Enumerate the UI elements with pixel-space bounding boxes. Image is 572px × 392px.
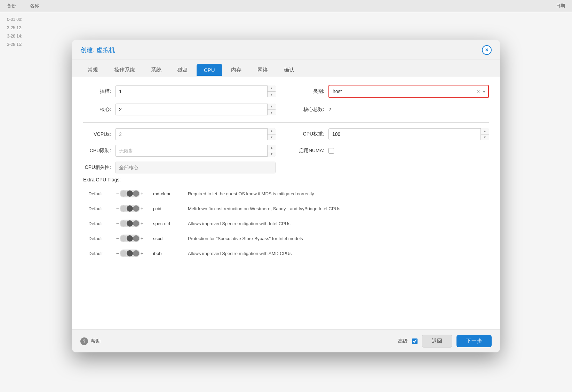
toggle-group-0 (120, 190, 140, 197)
socket-down[interactable]: ▼ (268, 92, 276, 98)
core-down[interactable]: ▼ (268, 110, 276, 116)
flag-row-0: Default − + md-clear Required to let the… (84, 186, 489, 201)
core-select[interactable]: 1 2 4 (115, 104, 276, 115)
bg-row-2: 3-25 12: (7, 24, 565, 32)
extra-flags-section: Extra CPU Flags: Default − + md-clear Re… (83, 177, 489, 261)
toggle-minus-4[interactable]: − (116, 251, 119, 256)
toggle-minus-1[interactable]: − (116, 206, 119, 211)
close-button[interactable]: × (482, 45, 492, 55)
help-icon[interactable]: ? (80, 337, 88, 345)
dialog-footer: ? 帮助 高级 返回 下一步 (72, 329, 500, 352)
flag-default-3: Default (84, 231, 111, 246)
flag-name-3: ssbd (148, 231, 183, 246)
dialog-title: 创建: 虚拟机 (80, 46, 115, 54)
flag-row-4: Default − + ibpb Allows improved Spectre… (84, 246, 489, 261)
numa-row: 启用NUMA: (296, 145, 489, 157)
tab-confirm[interactable]: 确认 (277, 64, 302, 76)
toggle-plus-4[interactable]: + (141, 251, 143, 256)
category-label: 类别: (296, 88, 324, 95)
toggle-group-1 (120, 205, 140, 212)
tab-network[interactable]: 网络 (250, 64, 275, 76)
tab-os[interactable]: 操作系统 (107, 64, 142, 76)
cpu-limit-up[interactable]: ▲ (268, 145, 276, 151)
toggle-off-0[interactable] (120, 190, 127, 197)
toggle-on-3[interactable] (133, 235, 139, 242)
category-row: 类别: ✕ ▾ (296, 85, 489, 98)
toggle-minus-2[interactable]: − (116, 221, 119, 226)
cpu-weight-input-wrap: 100 ▲ ▼ (328, 128, 489, 140)
vcpus-down[interactable]: ▼ (268, 134, 276, 140)
tab-bar: 常规 操作系统 系统 磁盘 CPU 内存 网络 确认 (72, 59, 500, 76)
flag-toggle-0[interactable]: − + (111, 186, 148, 201)
tab-system[interactable]: 系统 (144, 64, 169, 76)
socket-input-wrap: 1 2 4 ▲ ▼ (115, 85, 276, 97)
cpu-limit-select[interactable]: 无限制 (115, 145, 276, 157)
vcpus-select[interactable]: 2 (115, 128, 276, 140)
flag-toggle-3[interactable]: − + (111, 231, 148, 246)
toggle-plus-3[interactable]: + (141, 236, 143, 241)
toggle-plus-2[interactable]: + (141, 221, 143, 226)
toggle-group-4 (120, 250, 140, 257)
toggle-group-2 (120, 220, 140, 227)
flag-toggle-2[interactable]: − + (111, 216, 148, 231)
tab-disk[interactable]: 磁盘 (170, 64, 195, 76)
cpu-limit-spinner: ▲ ▼ (267, 145, 276, 157)
cpu-affinity-label: CPU相关性: (83, 164, 111, 171)
toggle-mid-3[interactable] (127, 235, 133, 242)
toggle-off-3[interactable] (120, 235, 127, 242)
footer-left: ? 帮助 (80, 337, 101, 345)
advanced-checkbox[interactable] (412, 338, 418, 344)
vcpus-up[interactable]: ▲ (268, 128, 276, 134)
back-button[interactable]: 返回 (422, 335, 452, 348)
toggle-on-1[interactable] (133, 205, 139, 212)
toggle-on-2[interactable] (133, 220, 139, 227)
toggle-plus-1[interactable]: + (141, 206, 143, 211)
core-spinner: ▲ ▼ (267, 104, 276, 115)
advanced-form: VCPUs: 2 ▲ ▼ CPU权重: 100 (83, 128, 489, 173)
socket-select[interactable]: 1 2 4 (115, 85, 276, 97)
toggle-minus-3[interactable]: − (116, 236, 119, 241)
toggle-off-1[interactable] (120, 205, 127, 212)
category-input[interactable] (329, 85, 488, 97)
cpu-limit-input-wrap: 无限制 ▲ ▼ (115, 145, 276, 157)
flag-row-2: Default − + spec-ctrl Allows improved Sp… (84, 216, 489, 231)
toggle-on-4[interactable] (133, 250, 139, 256)
flag-default-0: Default (84, 186, 111, 201)
cpu-affinity-input[interactable] (115, 162, 276, 173)
cpu-weight-up[interactable]: ▲ (481, 128, 489, 134)
numa-checkbox[interactable] (328, 148, 334, 154)
tab-cpu[interactable]: CPU (197, 64, 222, 76)
toggle-minus-0[interactable]: − (116, 191, 119, 196)
cpu-limit-down[interactable]: ▼ (268, 151, 276, 157)
toggle-off-2[interactable] (120, 220, 127, 227)
category-dropdown-icon[interactable]: ▾ (482, 88, 486, 95)
core-label: 核心: (83, 106, 111, 113)
socket-up[interactable]: ▲ (268, 85, 276, 92)
flag-name-4: ibpb (148, 246, 183, 261)
flag-default-2: Default (84, 216, 111, 231)
toggle-on-0[interactable] (133, 190, 139, 197)
toggle-mid-4[interactable] (127, 250, 133, 256)
top-form: 插槽: 1 2 4 ▲ ▼ 类别: (83, 85, 489, 115)
flag-toggle-1[interactable]: − + (111, 201, 148, 216)
flag-row-1: Default − + pcid Meltdown fix cost reduc… (84, 201, 489, 216)
vcpus-input-wrap: 2 ▲ ▼ (115, 128, 276, 140)
core-up[interactable]: ▲ (268, 104, 276, 110)
cpu-weight-down[interactable]: ▼ (481, 134, 489, 140)
toggle-mid-1[interactable] (127, 205, 133, 212)
toggle-mid-2[interactable] (127, 220, 133, 227)
tab-general[interactable]: 常规 (80, 64, 105, 76)
flag-toggle-4[interactable]: − + (111, 246, 148, 261)
cpu-weight-select[interactable]: 100 (328, 128, 489, 140)
dialog-header: 创建: 虚拟机 × (72, 40, 500, 59)
bg-row-1: 0-01 00: (7, 16, 565, 23)
tab-memory[interactable]: 内存 (224, 64, 249, 76)
next-button[interactable]: 下一步 (456, 335, 492, 347)
flag-desc-2: Allows improved Spectre mitigation with … (183, 216, 489, 231)
toggle-off-4[interactable] (120, 250, 127, 256)
flag-name-0: md-clear (148, 186, 183, 201)
category-clear-icon[interactable]: ✕ (476, 88, 481, 95)
toggle-plus-0[interactable]: + (141, 191, 143, 196)
cpu-affinity-wrap (115, 162, 276, 173)
toggle-mid-0[interactable] (127, 190, 133, 197)
